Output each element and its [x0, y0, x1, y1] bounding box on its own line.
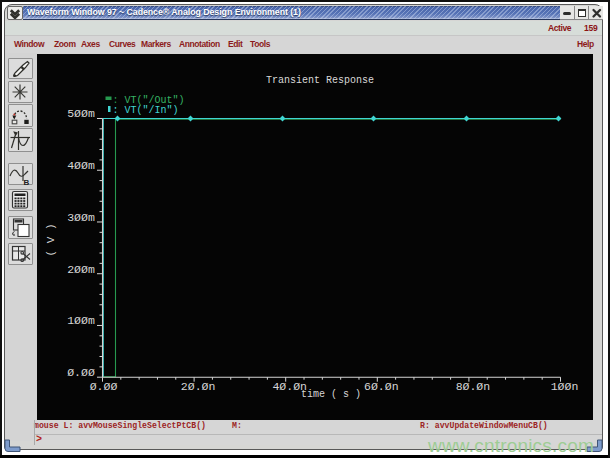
- svg-text:6Ø.Øn: 6Ø.Øn: [364, 380, 399, 393]
- svg-text:5ØØm: 5ØØm: [67, 107, 95, 120]
- svg-text:2ØØm: 2ØØm: [67, 263, 95, 276]
- svg-text:VT("/In"): VT("/In"): [124, 105, 178, 116]
- svg-text:( V ): ( V ): [44, 223, 56, 256]
- svg-text::: :: [112, 105, 118, 116]
- svg-text:B: B: [24, 178, 30, 186]
- svg-text:4ØØm: 4ØØm: [67, 159, 95, 172]
- svg-text:1ØØn: 1ØØn: [550, 380, 578, 393]
- svg-text:time ( s ): time ( s ): [300, 389, 360, 400]
- svg-text:Transient Response: Transient Response: [265, 75, 373, 86]
- svg-text:8Ø.Øn: 8Ø.Øn: [455, 380, 490, 393]
- svg-text:Ø.ØØ: Ø.ØØ: [67, 366, 95, 379]
- svg-text:1ØØm: 1ØØm: [67, 314, 95, 327]
- svg-text:Ø.ØØ: Ø.ØØ: [89, 380, 117, 393]
- svg-text:3ØØm: 3ØØm: [67, 211, 95, 224]
- svg-text:2Ø.Øn: 2Ø.Øn: [180, 380, 215, 393]
